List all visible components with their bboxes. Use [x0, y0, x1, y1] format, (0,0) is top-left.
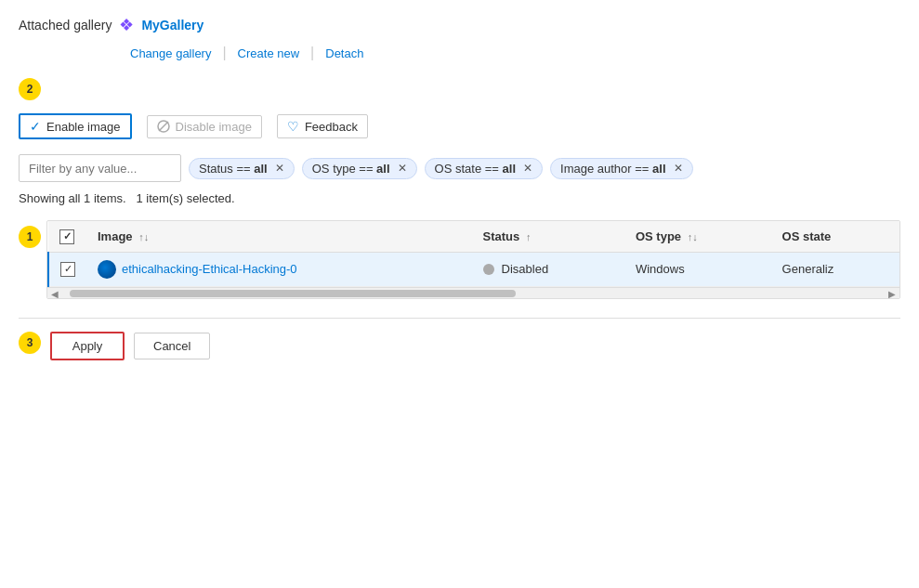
count-text: Showing all 1 items.	[19, 191, 126, 205]
gallery-name-link[interactable]: MyGallery	[141, 18, 203, 33]
heart-icon: ♡	[287, 119, 299, 134]
status-sort-icon: ↑	[526, 231, 532, 242]
col-osstate-header[interactable]: OS state	[771, 221, 899, 252]
images-table: Image ↑↓ Status ↑ OS type ↑↓ OS state	[47, 221, 899, 287]
horizontal-scrollbar[interactable]: ◀ ▶	[47, 287, 899, 298]
gallery-icon: ❖	[119, 15, 134, 35]
imageauthor-filter-chip[interactable]: Image author == all ✕	[550, 158, 692, 179]
cancel-button[interactable]: Cancel	[134, 333, 210, 359]
step-3-badge: 3	[19, 332, 41, 354]
row-ostype-cell: Windows	[624, 252, 771, 286]
disable-image-label: Disable image	[176, 120, 252, 134]
selected-text: 1 item(s) selected.	[136, 191, 234, 205]
check-icon: ✓	[30, 119, 41, 134]
svg-line-1	[159, 122, 168, 131]
col-ostype-label: OS type	[636, 229, 681, 243]
filter-row: Status == all ✕ OS type == all ✕ OS stat…	[19, 154, 900, 182]
col-ostype-header[interactable]: OS type ↑↓	[624, 221, 771, 252]
col-osstate-label: OS state	[782, 229, 832, 243]
image-icon	[98, 260, 116, 279]
status-filter-chip[interactable]: Status == all ✕	[189, 158, 295, 179]
scroll-thumb[interactable]	[70, 290, 516, 297]
ostype-chip-close[interactable]: ✕	[398, 162, 407, 175]
osstate-chip-close[interactable]: ✕	[523, 162, 532, 175]
disable-icon-svg	[157, 120, 170, 133]
row-checkbox-cell	[48, 252, 86, 286]
enable-image-label: Enable image	[46, 120, 121, 134]
apply-button[interactable]: Apply	[50, 332, 125, 360]
disable-image-button[interactable]: Disable image	[147, 115, 262, 138]
status-dot	[483, 264, 494, 275]
change-gallery-link[interactable]: Change gallery	[130, 46, 222, 60]
enable-image-button[interactable]: ✓ Enable image	[19, 113, 132, 139]
count-row: Showing all 1 items. 1 item(s) selected.	[19, 191, 900, 205]
col-status-label: Status	[483, 229, 520, 243]
row-image-cell: ethicalhacking-Ethical-Hacking-0	[86, 252, 472, 286]
status-chip-close[interactable]: ✕	[275, 162, 284, 175]
ostype-chip-text: OS type == all	[312, 162, 390, 176]
table-row: ethicalhacking-Ethical-Hacking-0 Disable…	[48, 252, 899, 286]
imageauthor-chip-text: Image author == all	[560, 162, 665, 176]
row-osstate-cell: Generaliz	[771, 252, 899, 286]
status-chip-text: Status == all	[199, 162, 268, 176]
col-status-header[interactable]: Status ↑	[472, 221, 624, 252]
attached-gallery-label: Attached gallery	[19, 18, 112, 33]
status-value: Disabled	[502, 262, 549, 276]
osstate-chip-text: OS state == all	[435, 162, 516, 176]
image-link[interactable]: ethicalhacking-Ethical-Hacking-0	[98, 260, 461, 279]
col-checkbox-header	[48, 221, 86, 252]
section-divider	[19, 318, 900, 319]
scroll-left-arrow[interactable]: ◀	[51, 289, 59, 299]
row-status-cell: Disabled	[472, 252, 624, 286]
osstate-filter-chip[interactable]: OS state == all ✕	[425, 158, 543, 179]
col-image-header[interactable]: Image ↑↓	[86, 221, 472, 252]
ostype-value: Windows	[636, 262, 685, 276]
col-image-label: Image	[98, 229, 133, 243]
ostype-filter-chip[interactable]: OS type == all ✕	[302, 158, 417, 179]
select-all-checkbox[interactable]	[59, 229, 74, 244]
osstate-value: Generaliz	[782, 262, 834, 276]
detach-link[interactable]: Detach	[314, 46, 374, 60]
step-1-badge: 1	[19, 226, 41, 248]
imageauthor-chip-close[interactable]: ✕	[674, 162, 683, 175]
step-2-badge: 2	[19, 78, 41, 100]
image-name[interactable]: ethicalhacking-Ethical-Hacking-0	[122, 262, 297, 276]
no-circle-icon	[157, 120, 170, 133]
create-new-link[interactable]: Create new	[227, 46, 310, 60]
feedback-label: Feedback	[305, 120, 358, 134]
ostype-sort-icon: ↑↓	[688, 231, 698, 242]
image-sort-icon: ↑↓	[138, 231, 149, 242]
feedback-button[interactable]: ♡ Feedback	[277, 114, 368, 138]
filter-input[interactable]	[19, 154, 181, 182]
scroll-right-arrow[interactable]: ▶	[888, 289, 896, 299]
row-checkbox[interactable]	[60, 262, 75, 277]
